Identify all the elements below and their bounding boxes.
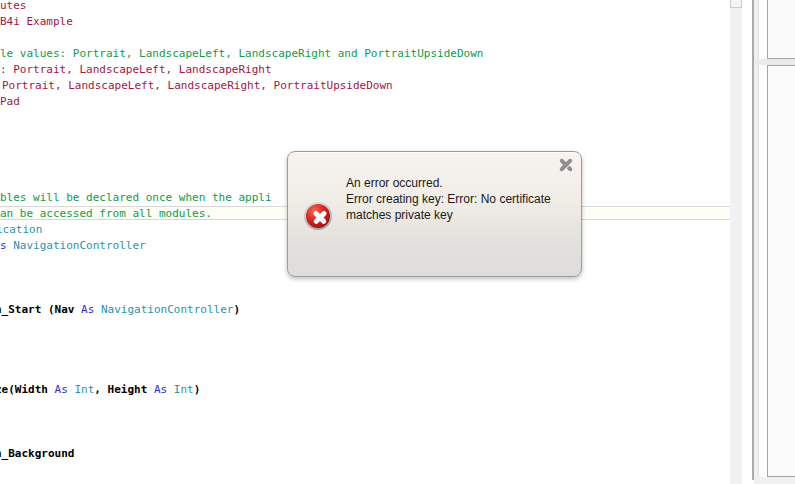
error-icon xyxy=(304,202,332,230)
code-line: : Portrait, LandscapeLeft, LandscapeRigh… xyxy=(0,62,272,78)
right-panel-bottom-gap xyxy=(754,477,795,484)
ide-window: utesB4i Examplele values: Portrait, Land… xyxy=(0,0,795,484)
code-line: ication xyxy=(0,222,42,238)
close-icon[interactable] xyxy=(557,156,575,174)
code-line: bles will be declared once when the appl… xyxy=(0,190,272,206)
error-message-line: matches private key xyxy=(346,207,578,223)
code-line: Pad xyxy=(0,94,20,110)
error-message-line: An error occurred. xyxy=(346,175,578,191)
code-line: n_Background xyxy=(0,446,74,462)
error-dialog: An error occurred. Error creating key: E… xyxy=(287,151,582,277)
panel-splitter-edge xyxy=(758,0,759,480)
code-line: B4i Example xyxy=(0,14,73,30)
error-message: An error occurred. Error creating key: E… xyxy=(346,175,578,223)
error-message-line: Error creating key: Error: No certificat… xyxy=(346,191,578,207)
vertical-scrollbar[interactable] xyxy=(730,0,742,484)
right-panel-bottom xyxy=(767,65,795,477)
scrollbar-button[interactable] xyxy=(730,0,742,8)
code-line: utes xyxy=(0,0,27,14)
code-line: ze(Width As Int, Height As Int) xyxy=(0,382,200,398)
right-panel-top xyxy=(767,0,795,59)
code-line: s NavigationController xyxy=(0,238,146,254)
code-line: n_Start (Nav As NavigationController) xyxy=(0,302,240,318)
code-line: le values: Portrait, LandscapeLeft, Land… xyxy=(0,46,483,62)
code-line: Portrait, LandscapeLeft, LandscapeRight,… xyxy=(2,78,393,94)
code-line: an be accessed from all modules. xyxy=(0,206,212,222)
